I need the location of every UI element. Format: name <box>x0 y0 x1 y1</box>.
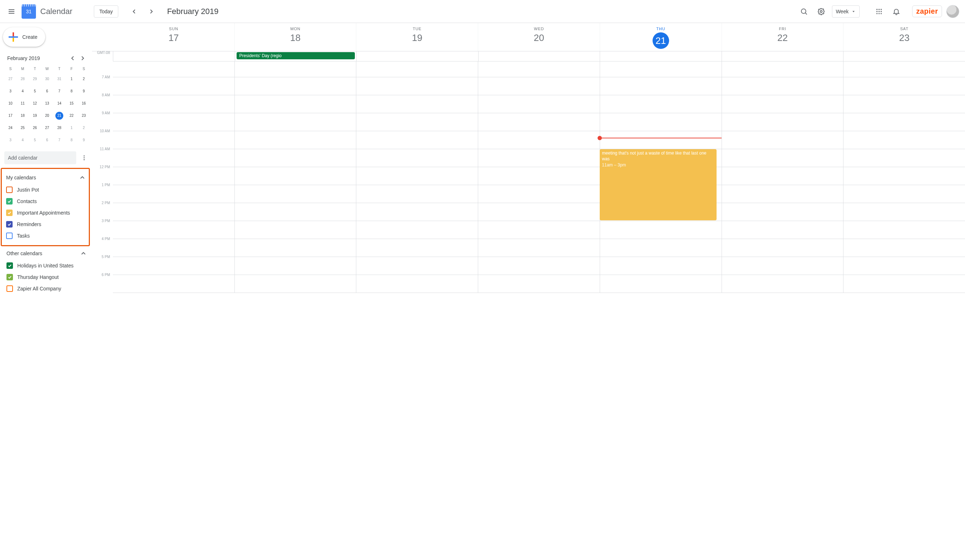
time-cell[interactable] <box>478 239 600 256</box>
mini-day[interactable]: 6 <box>41 134 53 146</box>
time-cell[interactable] <box>478 257 600 274</box>
time-cell[interactable] <box>356 221 478 239</box>
calendar-item[interactable]: Holidays in United States <box>5 260 89 271</box>
time-cell[interactable] <box>356 275 478 292</box>
time-cell[interactable] <box>478 62 600 77</box>
time-cell[interactable] <box>113 185 234 203</box>
calendar-item[interactable]: Reminders <box>5 219 88 230</box>
time-cell[interactable] <box>721 149 844 167</box>
mini-day[interactable]: 7 <box>53 134 65 146</box>
mini-day[interactable]: 24 <box>4 122 16 134</box>
allday-cell[interactable] <box>600 51 721 62</box>
prev-period-button[interactable] <box>126 3 143 20</box>
calendar-checkbox[interactable] <box>7 286 13 292</box>
time-cell[interactable] <box>600 131 721 149</box>
time-cell[interactable] <box>721 131 844 149</box>
mini-day[interactable]: 4 <box>16 134 29 146</box>
calendar-item[interactable]: Tasks <box>5 230 88 242</box>
calendar-item[interactable]: Contacts <box>5 196 88 207</box>
time-cell[interactable] <box>478 77 600 95</box>
time-cell[interactable] <box>600 239 721 256</box>
mini-day[interactable]: 27 <box>41 122 53 134</box>
mini-day[interactable]: 8 <box>65 134 78 146</box>
time-cell[interactable] <box>478 203 600 221</box>
mini-day[interactable]: 9 <box>78 85 90 97</box>
apps-icon[interactable] <box>870 3 888 20</box>
mini-day[interactable]: 18 <box>16 109 29 122</box>
calendar-checkbox[interactable] <box>6 198 13 204</box>
time-cell[interactable] <box>113 167 234 185</box>
notifications-icon[interactable] <box>888 3 905 20</box>
mini-day[interactable]: 15 <box>65 97 78 109</box>
mini-day[interactable]: 10 <box>4 97 16 109</box>
time-cell[interactable] <box>721 275 844 292</box>
time-cell[interactable] <box>721 167 844 185</box>
mini-day[interactable]: 7 <box>53 85 65 97</box>
time-cell[interactable] <box>113 95 234 113</box>
time-cell[interactable] <box>721 221 844 239</box>
time-cell[interactable] <box>234 185 356 203</box>
time-cell[interactable] <box>600 275 721 292</box>
allday-cell[interactable] <box>478 51 600 62</box>
time-cell[interactable] <box>843 62 965 77</box>
calendar-item[interactable]: Zapier All Company <box>5 283 89 294</box>
time-cell[interactable] <box>356 131 478 149</box>
mini-day[interactable]: 1 <box>65 73 78 85</box>
time-cell[interactable] <box>843 185 965 203</box>
mini-day[interactable]: 5 <box>29 134 41 146</box>
time-cell[interactable] <box>600 113 721 131</box>
mini-day[interactable]: 17 <box>4 109 16 122</box>
calendar-item[interactable]: Important Appointments <box>5 207 88 219</box>
mini-day[interactable]: 12 <box>29 97 41 109</box>
time-cell[interactable] <box>478 131 600 149</box>
time-cell[interactable] <box>234 239 356 256</box>
mini-day[interactable]: 31 <box>53 73 65 85</box>
calendar-checkbox[interactable] <box>7 262 13 269</box>
time-cell[interactable] <box>234 131 356 149</box>
time-cell[interactable] <box>113 275 234 292</box>
time-cell[interactable] <box>356 149 478 167</box>
time-cell[interactable] <box>843 203 965 221</box>
time-cell[interactable] <box>234 62 356 77</box>
time-cell[interactable] <box>600 221 721 239</box>
mini-day[interactable]: 1 <box>65 122 78 134</box>
time-cell[interactable] <box>234 149 356 167</box>
time-cell[interactable] <box>721 257 844 274</box>
time-cell[interactable] <box>721 203 844 221</box>
allday-cell[interactable] <box>843 51 965 62</box>
time-cell[interactable] <box>113 113 234 131</box>
time-cell[interactable] <box>843 95 965 113</box>
time-cell[interactable] <box>843 149 965 167</box>
mini-day[interactable]: 3 <box>4 134 16 146</box>
time-cell[interactable] <box>113 77 234 95</box>
time-cell[interactable] <box>721 77 844 95</box>
time-cell[interactable] <box>843 275 965 292</box>
add-calendar-input[interactable] <box>4 151 76 164</box>
day-header[interactable]: TUE 19 <box>356 23 478 51</box>
day-header[interactable]: FRI 22 <box>721 23 844 51</box>
mini-day[interactable]: 22 <box>65 109 78 122</box>
settings-icon[interactable] <box>813 3 830 20</box>
main-menu-icon[interactable] <box>3 3 20 20</box>
time-cell[interactable] <box>843 221 965 239</box>
time-cell[interactable] <box>721 62 844 77</box>
calendar-checkbox[interactable] <box>7 274 13 280</box>
time-cell[interactable] <box>600 62 721 77</box>
time-cell[interactable] <box>234 77 356 95</box>
time-cell[interactable] <box>356 203 478 221</box>
mini-day[interactable]: 9 <box>78 134 90 146</box>
mini-day[interactable]: 26 <box>29 122 41 134</box>
time-cell[interactable] <box>356 95 478 113</box>
mini-day[interactable]: 11 <box>16 97 29 109</box>
time-cell[interactable] <box>478 167 600 185</box>
time-cell[interactable] <box>721 113 844 131</box>
mini-day[interactable]: 29 <box>29 73 41 85</box>
mini-calendar[interactable]: SMTWTFS 27282930311234567891011121314151… <box>4 65 90 146</box>
time-cell[interactable] <box>113 203 234 221</box>
time-grid[interactable]: 7 AM8 AM9 AM10 AM11 AM12 PM1 PM2 PM3 PM4… <box>92 62 965 293</box>
time-cell[interactable] <box>600 77 721 95</box>
time-cell[interactable] <box>113 62 234 77</box>
add-calendar-menu-icon[interactable] <box>79 152 90 163</box>
allday-cell[interactable] <box>356 51 478 62</box>
allday-cell[interactable] <box>113 51 235 62</box>
